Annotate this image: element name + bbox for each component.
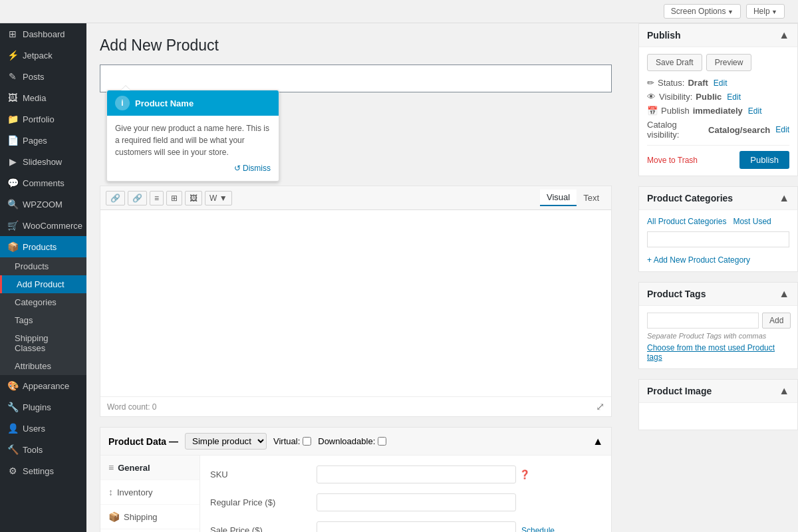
sku-help-icon[interactable]: ❓ — [519, 469, 530, 479]
sidebar-label-users: Users — [23, 424, 45, 434]
publish-box-body: Save Draft Preview ✏ Status: Draft Edit … — [639, 47, 797, 176]
submenu-categories[interactable]: Categories — [0, 293, 86, 311]
sidebar-label-pages: Pages — [23, 136, 47, 146]
tooltip-dismiss[interactable]: Dismiss — [115, 164, 271, 173]
sidebar-item-posts[interactable]: ✎Posts — [0, 66, 86, 87]
product-name-input[interactable] — [100, 65, 612, 92]
submenu-shipping-classes[interactable]: Shipping Classes — [0, 329, 86, 357]
product-image-body — [639, 403, 797, 430]
submenu-attributes[interactable]: Attributes — [0, 357, 86, 375]
tooltip-text: Give your new product a name here. This … — [115, 122, 271, 158]
product-type-select[interactable]: Simple product — [185, 433, 267, 450]
product-data-toggle[interactable]: ▲ — [593, 436, 603, 448]
sidebar-label-posts: Posts — [23, 72, 45, 82]
sku-label: SKU — [210, 469, 317, 479]
tab-general[interactable]: ≡ General — [100, 456, 200, 480]
tooltip-header: i Product Name — [107, 90, 279, 116]
inventory-icon: ↕ — [108, 487, 113, 497]
sidebar-item-pages[interactable]: 📄Pages — [0, 130, 86, 151]
sku-input[interactable] — [317, 466, 516, 483]
product-image-header[interactable]: Product Image ▲ — [639, 380, 797, 403]
tab-inventory-label: Inventory — [117, 487, 152, 497]
sidebar-item-woocommerce[interactable]: 🛒WooCommerce — [0, 215, 86, 236]
tab-shipping[interactable]: 📦 Shipping — [100, 505, 200, 529]
sidebar-item-users[interactable]: 👤Users — [0, 418, 86, 439]
publish-actions: Save Draft Preview — [647, 54, 789, 71]
regular-price-input[interactable] — [317, 493, 516, 511]
content-area: Add New Product i Product Name Give your… — [86, 23, 625, 532]
most-used-link[interactable]: Most Used — [733, 217, 771, 226]
settings-sidebar-icon: ⚙ — [7, 466, 19, 476]
jetpack-sidebar-icon: ⚡ — [7, 50, 19, 61]
help-button[interactable]: Help — [746, 4, 785, 19]
visibility-label: Visibility: — [659, 92, 692, 102]
sidebar-label-dashboard: Dashboard — [23, 29, 65, 39]
posts-sidebar-icon: ✎ — [7, 71, 19, 82]
tab-text[interactable]: Text — [577, 190, 606, 206]
choose-tags-link[interactable]: Choose from the most used Product tags — [647, 343, 789, 362]
visibility-row: 👁 Visibility: Public Edit — [647, 92, 789, 102]
tab-inventory[interactable]: ↕ Inventory — [100, 480, 200, 505]
sidebar-item-appearance[interactable]: 🎨Appearance — [0, 375, 86, 396]
sidebar-label-appearance: Appearance — [23, 381, 69, 391]
tab-visual[interactable]: Visual — [540, 190, 577, 206]
toolbar-unlink-btn[interactable]: 🔗 — [128, 191, 147, 205]
preview-button[interactable]: Preview — [706, 54, 752, 71]
sidebar-item-settings[interactable]: ⚙Settings — [0, 460, 86, 481]
downloadable-checkbox[interactable] — [378, 437, 386, 446]
sidebar-item-products[interactable]: 📦Products — [0, 236, 86, 257]
submenu-products[interactable]: Products — [0, 257, 86, 275]
editor-expand-btn[interactable]: ⤢ — [596, 400, 604, 413]
editor-footer: Word count: 0 ⤢ — [100, 396, 611, 416]
sidebar-item-tools[interactable]: 🔨Tools — [0, 439, 86, 460]
tag-input[interactable] — [647, 313, 759, 329]
visibility-edit-link[interactable]: Edit — [727, 92, 741, 102]
tags-header[interactable]: Product Tags ▲ — [639, 283, 797, 306]
toolbar-image-btn[interactable]: 🖼 — [185, 191, 202, 205]
status-edit-link[interactable]: Edit — [714, 78, 728, 88]
toolbar-widget-btn[interactable]: W ▼ — [205, 191, 232, 205]
sidebar-item-media[interactable]: 🖼Media — [0, 87, 86, 108]
calendar-icon: 📅 — [647, 106, 658, 116]
top-bar: Screen Options Help — [0, 0, 798, 23]
submenu-tags[interactable]: Tags — [0, 311, 86, 329]
publish-button[interactable]: Publish — [739, 151, 789, 169]
move-to-trash-button[interactable]: Move to Trash — [647, 156, 698, 165]
publish-time-edit-link[interactable]: Edit — [748, 106, 762, 116]
status-row: ✏ Status: Draft Edit — [647, 78, 789, 88]
screen-options-button[interactable]: Screen Options — [664, 4, 741, 19]
add-tag-button[interactable]: Add — [762, 313, 791, 329]
virtual-checkbox[interactable] — [303, 437, 311, 446]
sidebar-label-products: Products — [23, 242, 57, 252]
sidebar-item-jetpack[interactable]: ⚡Jetpack — [0, 45, 86, 66]
product-image-box: Product Image ▲ — [638, 379, 798, 430]
toolbar-link-btn[interactable]: 🔗 — [106, 191, 125, 205]
catalog-edit-link[interactable]: Edit — [775, 125, 789, 134]
sidebar-item-dashboard[interactable]: ⊞Dashboard — [0, 23, 86, 45]
status-label: Status: — [658, 78, 684, 88]
wpzoom-sidebar-icon: 🔍 — [7, 199, 19, 209]
submenu-add-product[interactable]: Add Product — [0, 275, 86, 293]
category-search-input[interactable] — [647, 231, 789, 247]
schedule-link[interactable]: Schedule — [521, 526, 555, 533]
add-category-link[interactable]: + Add New Product Category — [647, 255, 789, 265]
sidebar-item-portfolio[interactable]: 📁Portfolio — [0, 108, 86, 130]
tag-hint: Separate Product Tags with commas — [647, 332, 789, 340]
sidebar-item-slideshow[interactable]: ▶Slideshow — [0, 151, 86, 172]
media-sidebar-icon: 🖼 — [7, 92, 19, 103]
sidebar-item-wpzoom[interactable]: 🔍WPZOOM — [0, 194, 86, 215]
sale-price-input[interactable] — [317, 521, 516, 532]
status-icon: ✏ — [647, 78, 654, 88]
toolbar-list-btn[interactable]: ≡ — [150, 191, 164, 205]
editor-content[interactable] — [100, 210, 611, 396]
editor-tabs: Visual Text — [540, 190, 606, 206]
toolbar-grid-btn[interactable]: ⊞ — [166, 191, 182, 205]
all-categories-link[interactable]: All Product Categories — [647, 217, 726, 226]
categories-header[interactable]: Product Categories ▲ — [639, 187, 797, 210]
catalog-value: Catalog/search — [708, 125, 770, 135]
save-draft-button[interactable]: Save Draft — [647, 54, 702, 71]
editor-wrap: 🔗 🔗 ≡ ⊞ 🖼 W ▼ Visual Text Word count: 0 … — [100, 186, 612, 417]
sidebar-item-comments[interactable]: 💬Comments — [0, 172, 86, 194]
publish-box-header[interactable]: Publish ▲ — [639, 24, 797, 47]
sidebar-item-plugins[interactable]: 🔧Plugins — [0, 396, 86, 418]
